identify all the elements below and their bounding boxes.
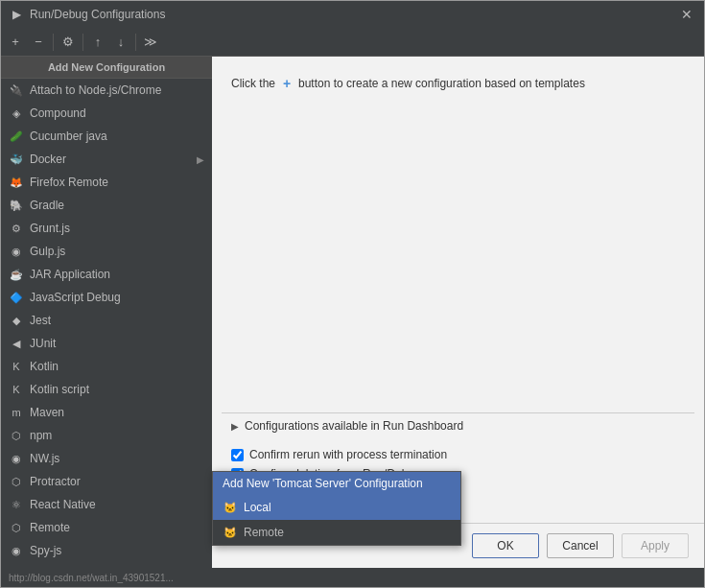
attach-node-icon: 🔌 — [9, 82, 24, 98]
checkbox1-label: Confirm rerun with process termination — [249, 448, 447, 461]
attach-node-label: Attach to Node.js/Chrome — [30, 83, 204, 97]
list-item-spy-js-node[interactable]: ◉Spy-js for Node.js — [1, 562, 212, 568]
kotlin-label: Kotlin — [30, 360, 204, 373]
checkbox1-row[interactable]: Confirm rerun with process termination — [231, 448, 685, 461]
toolbar-separator-1 — [53, 34, 54, 51]
remote-label: Remote — [30, 521, 204, 534]
spy-js-node-icon: ◉ — [9, 566, 24, 568]
ok-button[interactable]: OK — [472, 533, 539, 558]
toolbar: + − ⚙ ↑ ↓ ≫ — [1, 28, 704, 57]
list-item-spy-js[interactable]: ◉Spy-js — [1, 539, 212, 562]
submenu-item-local[interactable]: 🐱Local — [213, 495, 460, 520]
npm-label: npm — [30, 429, 204, 442]
run-dashboard-section: ▶ Configurations available in Run Dashbo… — [222, 412, 694, 438]
firefox-label: Firefox Remote — [30, 176, 204, 189]
left-panel: Add New Configuration 🔌Attach to Node.js… — [1, 57, 212, 568]
instruction-text: Click the + button to create a new confi… — [231, 76, 685, 91]
cancel-button[interactable]: Cancel — [547, 533, 614, 558]
list-item-gulpjs[interactable]: ◉Gulp.js — [1, 240, 212, 263]
list-item-npm[interactable]: ⬡npm — [1, 424, 212, 447]
firefox-icon: 🦊 — [9, 175, 24, 190]
nwjs-icon: ◉ — [9, 451, 24, 466]
list-item-docker[interactable]: 🐳Docker▶ — [1, 148, 212, 171]
list-item-maven[interactable]: mMaven — [1, 401, 212, 424]
dialog-icon: ▶ — [9, 7, 24, 22]
submenu-remote-icon: 🐱 — [223, 525, 238, 540]
apply-button[interactable]: Apply — [622, 533, 689, 558]
remove-button[interactable]: − — [28, 32, 49, 53]
compound-label: Compound — [30, 106, 204, 120]
title-bar: ▶ Run/Debug Configurations ✕ — [1, 1, 704, 28]
nwjs-label: NW.js — [30, 452, 204, 465]
gruntjs-label: Grunt.js — [30, 222, 204, 235]
cucumber-label: Cucumber java — [30, 129, 204, 143]
checkbox1[interactable] — [231, 449, 244, 461]
protractor-icon: ⬡ — [9, 474, 24, 489]
submenu-item-remote[interactable]: 🐱Remote — [213, 520, 460, 545]
js-debug-label: JavaScript Debug — [30, 291, 204, 304]
list-item-jest[interactable]: ◆Jest — [1, 309, 212, 332]
gulpjs-label: Gulp.js — [30, 245, 204, 258]
junit-icon: ◀ — [9, 336, 24, 351]
list-item-remote[interactable]: ⬡Remote — [1, 516, 212, 539]
list-item-junit[interactable]: ◀JUnit — [1, 332, 212, 355]
spy-js-icon: ◉ — [9, 543, 24, 558]
list-item-compound[interactable]: ◈Compound — [1, 102, 212, 125]
list-item-gradle[interactable]: 🐘Gradle — [1, 194, 212, 217]
toolbar-separator-2 — [82, 34, 83, 51]
list-item-kotlin[interactable]: KKotlin — [1, 355, 212, 378]
plus-icon: + — [279, 76, 294, 91]
jar-app-label: JAR Application — [30, 268, 204, 281]
gradle-label: Gradle — [30, 199, 204, 212]
list-item-firefox[interactable]: 🦊Firefox Remote — [1, 171, 212, 194]
list-item-jar-app[interactable]: ☕JAR Application — [1, 263, 212, 286]
react-native-label: React Native — [30, 498, 204, 511]
status-url: http://blog.csdn.net/wat.in_43901521... — [9, 573, 174, 583]
list-item-protractor[interactable]: ⬡Protractor — [1, 470, 212, 493]
instruction-prefix: Click the — [231, 77, 275, 90]
jest-icon: ◆ — [9, 313, 24, 328]
jest-label: Jest — [30, 314, 204, 327]
list-item-kotlin-script[interactable]: KKotlin script — [1, 378, 212, 401]
add-button[interactable]: + — [5, 32, 26, 53]
js-debug-icon: 🔷 — [9, 290, 24, 305]
list-item-js-debug[interactable]: 🔷JavaScript Debug — [1, 286, 212, 309]
toolbar-separator-3 — [135, 34, 136, 51]
gruntjs-icon: ⚙ — [9, 221, 24, 236]
list-item-attach-node[interactable]: 🔌Attach to Node.js/Chrome — [1, 79, 212, 102]
expand-icon: ▶ — [231, 421, 239, 432]
close-button[interactable]: ✕ — [677, 5, 696, 24]
spy-js-node-label: Spy-js for Node.js — [30, 567, 204, 568]
cucumber-icon: 🥒 — [9, 129, 24, 144]
kotlin-script-label: Kotlin script — [30, 383, 204, 396]
status-bar: http://blog.csdn.net/wat.in_43901521... — [1, 568, 704, 587]
gulpjs-icon: ◉ — [9, 244, 24, 259]
config-list: 🔌Attach to Node.js/Chrome◈Compound🥒Cucum… — [1, 79, 212, 568]
list-item-cucumber[interactable]: 🥒Cucumber java — [1, 125, 212, 148]
move-down-button[interactable]: ↓ — [110, 32, 131, 53]
compound-icon: ◈ — [9, 106, 24, 121]
section-header: Add New Configuration — [1, 57, 212, 79]
spy-js-label: Spy-js — [30, 544, 204, 557]
jar-app-icon: ☕ — [9, 267, 24, 282]
protractor-label: Protractor — [30, 475, 204, 488]
list-item-gruntjs[interactable]: ⚙Grunt.js — [1, 217, 212, 240]
run-dashboard-header[interactable]: ▶ Configurations available in Run Dashbo… — [222, 413, 694, 438]
maven-icon: m — [9, 405, 24, 420]
list-item-nwjs[interactable]: ◉NW.js — [1, 447, 212, 470]
list-item-react-native[interactable]: ⚛React Native — [1, 493, 212, 516]
move-up-button[interactable]: ↑ — [87, 32, 108, 53]
settings-button[interactable]: ⚙ — [58, 32, 79, 53]
maven-label: Maven — [30, 406, 204, 419]
submenu-remote-label: Remote — [244, 526, 284, 539]
junit-label: JUnit — [30, 337, 204, 350]
dialog-title: Run/Debug Configurations — [30, 8, 677, 21]
run-dashboard-label: Configurations available in Run Dashboar… — [245, 419, 463, 433]
submenu-header: Add New 'Tomcat Server' Configuration — [213, 472, 460, 495]
more-button[interactable]: ≫ — [140, 32, 161, 53]
run-debug-configurations-dialog: ▶ Run/Debug Configurations ✕ + − ⚙ ↑ ↓ ≫… — [0, 0, 705, 588]
remote-icon: ⬡ — [9, 520, 24, 535]
spacer — [212, 101, 704, 412]
docker-label: Docker — [30, 153, 197, 166]
instruction-suffix: button to create a new configuration bas… — [298, 77, 585, 90]
